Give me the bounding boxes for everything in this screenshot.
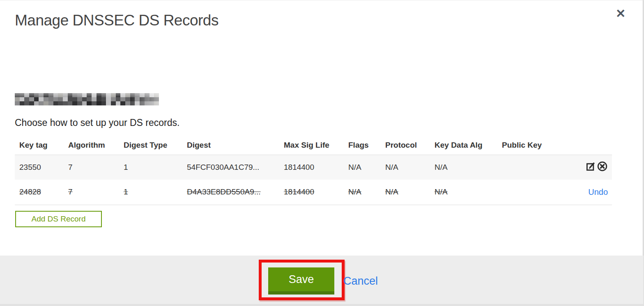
- col-header-digest: Digest: [187, 136, 284, 155]
- cell-public-key: [502, 180, 575, 205]
- undo-link[interactable]: Undo: [588, 187, 608, 196]
- cancel-link[interactable]: Cancel: [343, 275, 378, 288]
- cell-digest: D4A33E8DD550A9...: [187, 180, 284, 205]
- edit-icon[interactable]: [585, 161, 596, 174]
- cell-digest-type: 1: [124, 180, 187, 205]
- col-header-protocol: Protocol: [385, 136, 435, 155]
- cell-digest-type: 1: [124, 155, 187, 180]
- cell-max-sig-life: 1814400: [284, 180, 348, 205]
- col-header-max-sig-life: Max Sig Life: [284, 136, 348, 155]
- table-header-row: Key tag Algorithm Digest Type Digest Max…: [15, 136, 612, 155]
- col-header-key-tag: Key tag: [15, 136, 68, 155]
- add-ds-record-button[interactable]: Add DS Record: [15, 211, 102, 227]
- col-header-key-data-alg: Key Data Alg: [435, 136, 502, 155]
- cell-key-data-alg: N/A: [435, 180, 502, 205]
- page-title: Manage DNSSEC DS Records: [15, 12, 218, 29]
- row-actions: [575, 155, 612, 180]
- row-actions: Undo: [575, 180, 612, 205]
- cell-flags: N/A: [348, 155, 385, 180]
- col-header-digest-type: Digest Type: [124, 136, 187, 155]
- cell-protocol: N/A: [385, 155, 435, 180]
- modal-footer: Save Cancel: [0, 256, 643, 304]
- delete-icon[interactable]: [597, 161, 608, 174]
- manage-dnssec-modal: Manage DNSSEC DS Records ✕ Choose how to…: [0, 0, 643, 304]
- cell-flags: N/A: [348, 180, 385, 205]
- cell-algorithm: 7: [68, 180, 124, 205]
- cell-key-tag: 24828: [15, 180, 68, 205]
- redacted-domain: [15, 93, 159, 105]
- save-button[interactable]: Save: [268, 267, 334, 295]
- cell-algorithm: 7: [68, 155, 124, 180]
- cell-max-sig-life: 1814400: [284, 155, 348, 180]
- col-header-algorithm: Algorithm: [68, 136, 124, 155]
- cell-digest: 54FCF030AA1C79...: [187, 155, 284, 180]
- cell-key-tag: 23550: [15, 155, 68, 180]
- col-header-flags: Flags: [348, 136, 385, 155]
- table-row: 24828 7 1 D4A33E8DD550A9... 1814400 N/A …: [15, 180, 612, 205]
- col-header-actions: [575, 136, 612, 155]
- screenshot-stage: Manage DNSSEC DS Records ✕ Choose how to…: [0, 0, 644, 306]
- ds-records-table: Key tag Algorithm Digest Type Digest Max…: [15, 136, 612, 205]
- col-header-public-key: Public Key: [502, 136, 575, 155]
- cell-key-data-alg: N/A: [435, 155, 502, 180]
- cell-public-key: [502, 155, 575, 180]
- intro-text: Choose how to set up your DS records.: [15, 117, 179, 128]
- close-icon[interactable]: ✕: [616, 8, 626, 20]
- cell-protocol: N/A: [385, 180, 435, 205]
- table-row: 23550 7 1 54FCF030AA1C79... 1814400 N/A …: [15, 155, 612, 180]
